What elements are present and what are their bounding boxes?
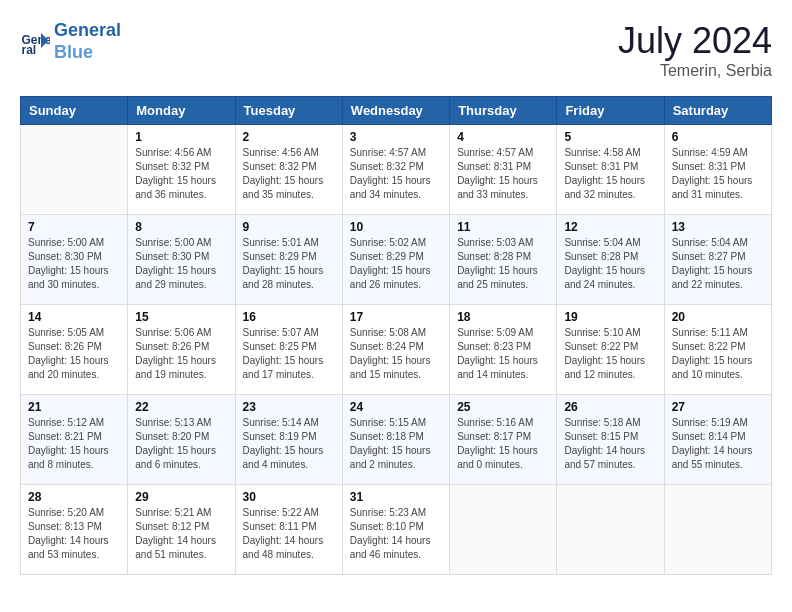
day-info: Sunrise: 5:00 AM Sunset: 8:30 PM Dayligh… <box>28 236 120 292</box>
day-number: 29 <box>135 490 227 504</box>
day-info: Sunrise: 5:13 AM Sunset: 8:20 PM Dayligh… <box>135 416 227 472</box>
calendar-cell: 30Sunrise: 5:22 AM Sunset: 8:11 PM Dayli… <box>235 485 342 575</box>
day-info: Sunrise: 5:05 AM Sunset: 8:26 PM Dayligh… <box>28 326 120 382</box>
calendar-cell <box>450 485 557 575</box>
day-number: 14 <box>28 310 120 324</box>
header-friday: Friday <box>557 97 664 125</box>
title-block: July 2024 Temerin, Serbia <box>618 20 772 80</box>
calendar-cell: 18Sunrise: 5:09 AM Sunset: 8:23 PM Dayli… <box>450 305 557 395</box>
day-info: Sunrise: 5:21 AM Sunset: 8:12 PM Dayligh… <box>135 506 227 562</box>
week-row-4: 21Sunrise: 5:12 AM Sunset: 8:21 PM Dayli… <box>21 395 772 485</box>
day-number: 23 <box>243 400 335 414</box>
day-number: 17 <box>350 310 442 324</box>
subtitle: Temerin, Serbia <box>618 62 772 80</box>
day-number: 1 <box>135 130 227 144</box>
calendar-cell: 15Sunrise: 5:06 AM Sunset: 8:26 PM Dayli… <box>128 305 235 395</box>
calendar-table: SundayMondayTuesdayWednesdayThursdayFrid… <box>20 96 772 575</box>
calendar-cell <box>21 125 128 215</box>
calendar-cell: 24Sunrise: 5:15 AM Sunset: 8:18 PM Dayli… <box>342 395 449 485</box>
calendar-cell: 13Sunrise: 5:04 AM Sunset: 8:27 PM Dayli… <box>664 215 771 305</box>
day-number: 4 <box>457 130 549 144</box>
day-info: Sunrise: 4:58 AM Sunset: 8:31 PM Dayligh… <box>564 146 656 202</box>
day-info: Sunrise: 5:15 AM Sunset: 8:18 PM Dayligh… <box>350 416 442 472</box>
header-sunday: Sunday <box>21 97 128 125</box>
day-info: Sunrise: 4:59 AM Sunset: 8:31 PM Dayligh… <box>672 146 764 202</box>
logo: Gene ral GeneralBlue <box>20 20 121 63</box>
calendar-cell: 23Sunrise: 5:14 AM Sunset: 8:19 PM Dayli… <box>235 395 342 485</box>
week-row-1: 1Sunrise: 4:56 AM Sunset: 8:32 PM Daylig… <box>21 125 772 215</box>
day-info: Sunrise: 5:07 AM Sunset: 8:25 PM Dayligh… <box>243 326 335 382</box>
calendar-cell: 27Sunrise: 5:19 AM Sunset: 8:14 PM Dayli… <box>664 395 771 485</box>
logo-icon: Gene ral <box>20 27 50 57</box>
day-info: Sunrise: 5:08 AM Sunset: 8:24 PM Dayligh… <box>350 326 442 382</box>
week-row-5: 28Sunrise: 5:20 AM Sunset: 8:13 PM Dayli… <box>21 485 772 575</box>
calendar-cell: 1Sunrise: 4:56 AM Sunset: 8:32 PM Daylig… <box>128 125 235 215</box>
day-number: 19 <box>564 310 656 324</box>
calendar-cell <box>664 485 771 575</box>
day-info: Sunrise: 5:12 AM Sunset: 8:21 PM Dayligh… <box>28 416 120 472</box>
day-info: Sunrise: 5:03 AM Sunset: 8:28 PM Dayligh… <box>457 236 549 292</box>
calendar-cell: 12Sunrise: 5:04 AM Sunset: 8:28 PM Dayli… <box>557 215 664 305</box>
calendar-cell: 9Sunrise: 5:01 AM Sunset: 8:29 PM Daylig… <box>235 215 342 305</box>
calendar-cell: 17Sunrise: 5:08 AM Sunset: 8:24 PM Dayli… <box>342 305 449 395</box>
day-info: Sunrise: 5:02 AM Sunset: 8:29 PM Dayligh… <box>350 236 442 292</box>
logo-text: GeneralBlue <box>54 20 121 63</box>
day-info: Sunrise: 5:10 AM Sunset: 8:22 PM Dayligh… <box>564 326 656 382</box>
day-number: 2 <box>243 130 335 144</box>
day-number: 5 <box>564 130 656 144</box>
calendar-cell: 10Sunrise: 5:02 AM Sunset: 8:29 PM Dayli… <box>342 215 449 305</box>
calendar-cell: 25Sunrise: 5:16 AM Sunset: 8:17 PM Dayli… <box>450 395 557 485</box>
day-number: 3 <box>350 130 442 144</box>
day-info: Sunrise: 5:18 AM Sunset: 8:15 PM Dayligh… <box>564 416 656 472</box>
calendar-cell: 28Sunrise: 5:20 AM Sunset: 8:13 PM Dayli… <box>21 485 128 575</box>
day-number: 6 <box>672 130 764 144</box>
day-info: Sunrise: 5:00 AM Sunset: 8:30 PM Dayligh… <box>135 236 227 292</box>
day-info: Sunrise: 5:06 AM Sunset: 8:26 PM Dayligh… <box>135 326 227 382</box>
calendar-cell: 6Sunrise: 4:59 AM Sunset: 8:31 PM Daylig… <box>664 125 771 215</box>
calendar-cell: 20Sunrise: 5:11 AM Sunset: 8:22 PM Dayli… <box>664 305 771 395</box>
day-number: 18 <box>457 310 549 324</box>
day-number: 8 <box>135 220 227 234</box>
day-number: 9 <box>243 220 335 234</box>
day-info: Sunrise: 4:57 AM Sunset: 8:32 PM Dayligh… <box>350 146 442 202</box>
day-number: 20 <box>672 310 764 324</box>
calendar-cell: 5Sunrise: 4:58 AM Sunset: 8:31 PM Daylig… <box>557 125 664 215</box>
page-header: Gene ral GeneralBlue July 2024 Temerin, … <box>20 20 772 80</box>
day-info: Sunrise: 4:56 AM Sunset: 8:32 PM Dayligh… <box>243 146 335 202</box>
header-wednesday: Wednesday <box>342 97 449 125</box>
calendar-cell: 21Sunrise: 5:12 AM Sunset: 8:21 PM Dayli… <box>21 395 128 485</box>
day-info: Sunrise: 5:09 AM Sunset: 8:23 PM Dayligh… <box>457 326 549 382</box>
calendar-cell: 3Sunrise: 4:57 AM Sunset: 8:32 PM Daylig… <box>342 125 449 215</box>
main-title: July 2024 <box>618 20 772 62</box>
day-number: 21 <box>28 400 120 414</box>
weekday-header-row: SundayMondayTuesdayWednesdayThursdayFrid… <box>21 97 772 125</box>
header-saturday: Saturday <box>664 97 771 125</box>
day-number: 11 <box>457 220 549 234</box>
day-info: Sunrise: 5:04 AM Sunset: 8:28 PM Dayligh… <box>564 236 656 292</box>
day-number: 7 <box>28 220 120 234</box>
calendar-cell: 11Sunrise: 5:03 AM Sunset: 8:28 PM Dayli… <box>450 215 557 305</box>
week-row-3: 14Sunrise: 5:05 AM Sunset: 8:26 PM Dayli… <box>21 305 772 395</box>
day-number: 15 <box>135 310 227 324</box>
day-info: Sunrise: 5:01 AM Sunset: 8:29 PM Dayligh… <box>243 236 335 292</box>
day-info: Sunrise: 5:16 AM Sunset: 8:17 PM Dayligh… <box>457 416 549 472</box>
calendar-cell: 14Sunrise: 5:05 AM Sunset: 8:26 PM Dayli… <box>21 305 128 395</box>
day-info: Sunrise: 5:14 AM Sunset: 8:19 PM Dayligh… <box>243 416 335 472</box>
calendar-cell: 19Sunrise: 5:10 AM Sunset: 8:22 PM Dayli… <box>557 305 664 395</box>
day-info: Sunrise: 5:11 AM Sunset: 8:22 PM Dayligh… <box>672 326 764 382</box>
day-info: Sunrise: 4:57 AM Sunset: 8:31 PM Dayligh… <box>457 146 549 202</box>
calendar-cell: 7Sunrise: 5:00 AM Sunset: 8:30 PM Daylig… <box>21 215 128 305</box>
calendar-cell: 2Sunrise: 4:56 AM Sunset: 8:32 PM Daylig… <box>235 125 342 215</box>
day-info: Sunrise: 5:20 AM Sunset: 8:13 PM Dayligh… <box>28 506 120 562</box>
header-thursday: Thursday <box>450 97 557 125</box>
calendar-cell: 4Sunrise: 4:57 AM Sunset: 8:31 PM Daylig… <box>450 125 557 215</box>
day-number: 30 <box>243 490 335 504</box>
day-info: Sunrise: 5:19 AM Sunset: 8:14 PM Dayligh… <box>672 416 764 472</box>
day-number: 27 <box>672 400 764 414</box>
day-number: 10 <box>350 220 442 234</box>
week-row-2: 7Sunrise: 5:00 AM Sunset: 8:30 PM Daylig… <box>21 215 772 305</box>
calendar-cell: 16Sunrise: 5:07 AM Sunset: 8:25 PM Dayli… <box>235 305 342 395</box>
header-monday: Monday <box>128 97 235 125</box>
calendar-cell: 22Sunrise: 5:13 AM Sunset: 8:20 PM Dayli… <box>128 395 235 485</box>
day-number: 31 <box>350 490 442 504</box>
